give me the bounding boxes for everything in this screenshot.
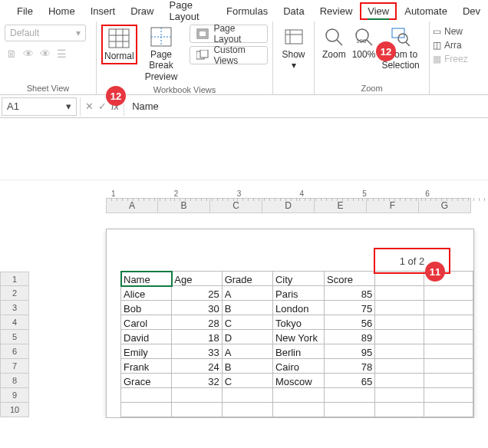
freeze-panes-button[interactable]: ▦ Freez [433, 54, 468, 64]
cell[interactable]: A [222, 286, 272, 301]
cell[interactable]: 95 [325, 344, 375, 359]
menu-item-file[interactable]: File [9, 2, 41, 20]
menu-item-dev[interactable]: Dev [455, 2, 488, 20]
cell[interactable]: 32 [172, 374, 222, 388]
exit-icon[interactable]: 👁 [23, 48, 34, 60]
cell[interactable] [272, 403, 324, 417]
options-icon[interactable]: ☰ [57, 48, 67, 60]
cell[interactable]: London [272, 301, 324, 315]
cell[interactable] [375, 359, 424, 374]
zoom-100-button[interactable]: 100 100% [349, 25, 379, 61]
cell[interactable]: Grade [222, 272, 272, 286]
cell[interactable] [375, 330, 424, 344]
name-box[interactable]: A1 ▾ [2, 97, 77, 116]
cell[interactable]: Frank [121, 359, 172, 374]
cell[interactable]: City [272, 272, 324, 286]
menu-item-review[interactable]: Review [312, 2, 361, 20]
menu-item-automate[interactable]: Automate [397, 2, 455, 20]
menu-item-view[interactable]: View [360, 2, 397, 20]
menu-item-home[interactable]: Home [41, 2, 83, 20]
cell[interactable] [121, 388, 172, 403]
cell[interactable] [121, 403, 172, 417]
arrange-all-button[interactable]: ◫ Arra [433, 40, 468, 51]
row-header[interactable]: 9 [0, 388, 29, 403]
cell[interactable]: 78 [325, 359, 375, 374]
row-header[interactable]: 1 [0, 272, 29, 286]
new-icon[interactable]: 👁 [40, 48, 51, 60]
cell[interactable]: Moscow [272, 374, 324, 388]
cell[interactable] [375, 301, 424, 315]
new-window-button[interactable]: ▭ New [433, 26, 468, 37]
cell[interactable] [424, 388, 473, 403]
cell[interactable]: David [121, 330, 172, 344]
cell[interactable] [375, 344, 424, 359]
cell[interactable] [424, 359, 473, 374]
row-header[interactable]: 3 [0, 301, 29, 315]
cell[interactable]: New York [272, 330, 324, 344]
keep-icon[interactable]: 🗎 [6, 48, 17, 60]
cell[interactable] [222, 388, 272, 403]
cell[interactable]: Paris [272, 286, 324, 301]
menu-item-data[interactable]: Data [275, 2, 312, 20]
cell[interactable] [424, 403, 473, 417]
cell[interactable]: 30 [172, 301, 222, 315]
cell[interactable] [424, 286, 473, 301]
menu-item-insert[interactable]: Insert [83, 2, 124, 20]
cell[interactable] [424, 330, 473, 344]
data-table[interactable]: NameAgeGradeCityScoreAlice25AParis85Bob3… [120, 271, 473, 417]
row-header[interactable]: 4 [0, 315, 29, 330]
cell[interactable]: 65 [325, 374, 375, 388]
cell[interactable]: Score [325, 272, 375, 286]
cell[interactable] [172, 388, 222, 403]
cell[interactable]: Grace [121, 374, 172, 388]
cell[interactable]: Emily [121, 344, 172, 359]
cell[interactable]: 33 [172, 344, 222, 359]
cell[interactable]: B [222, 301, 272, 315]
normal-view-button[interactable]: Normal [101, 25, 137, 64]
cell[interactable] [172, 403, 222, 417]
sheet-view-default-dropdown[interactable]: Default ▾ [5, 25, 86, 41]
cell[interactable] [424, 344, 473, 359]
row-header[interactable]: 8 [0, 374, 29, 388]
row-header[interactable]: 2 [0, 286, 29, 301]
cell[interactable]: A [222, 344, 272, 359]
cell[interactable]: Alice [121, 286, 172, 301]
cell[interactable] [325, 388, 375, 403]
menu-item-formulas[interactable]: Formulas [219, 2, 275, 20]
cell[interactable]: 56 [325, 315, 375, 330]
cell[interactable] [424, 301, 473, 315]
cell[interactable] [375, 388, 424, 403]
cell[interactable] [272, 388, 324, 403]
confirm-icon[interactable]: ✓ [98, 100, 107, 112]
cell[interactable] [424, 315, 473, 330]
cell[interactable] [375, 315, 424, 330]
cell[interactable] [375, 374, 424, 388]
show-dropdown[interactable]: Show▾ [279, 25, 308, 73]
cell[interactable]: C [222, 374, 272, 388]
row-header[interactable]: 10 [0, 403, 29, 417]
cell[interactable]: Berlin [272, 344, 324, 359]
cell[interactable] [222, 403, 272, 417]
cell[interactable] [375, 403, 424, 417]
cell[interactable]: 28 [172, 315, 222, 330]
cell[interactable] [424, 374, 473, 388]
formula-input[interactable] [124, 97, 488, 116]
cell[interactable]: Carol [121, 315, 172, 330]
cancel-icon[interactable]: ✕ [85, 100, 94, 112]
cell[interactable]: Age [172, 272, 222, 286]
cell[interactable]: Bob [121, 301, 172, 315]
page-layout-button[interactable]: Page Layout [190, 25, 268, 43]
zoom-button[interactable]: Zoom [319, 25, 349, 61]
cell[interactable]: C [222, 315, 272, 330]
cell[interactable]: D [222, 330, 272, 344]
cell[interactable] [375, 286, 424, 301]
row-header[interactable]: 6 [0, 344, 29, 359]
cell[interactable]: Cairo [272, 359, 324, 374]
cell[interactable]: Tokyo [272, 315, 324, 330]
row-header[interactable]: 5 [0, 330, 29, 344]
cell[interactable]: 18 [172, 330, 222, 344]
page-break-preview-button[interactable]: Page Break Preview [137, 25, 186, 84]
row-header[interactable]: 7 [0, 359, 29, 374]
cell[interactable]: 85 [325, 286, 375, 301]
menu-item-draw[interactable]: Draw [123, 2, 161, 20]
